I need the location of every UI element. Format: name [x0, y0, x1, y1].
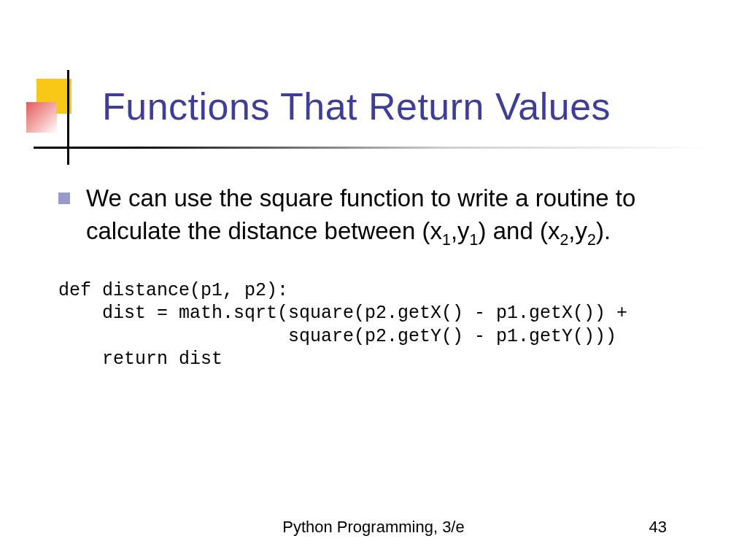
- subscript: 2: [587, 230, 596, 248]
- slide-content: We can use the square function to write …: [58, 182, 696, 370]
- subscript: 2: [560, 230, 568, 248]
- subscript: 1: [470, 230, 479, 248]
- text-part: ).: [596, 217, 611, 244]
- slide-decoration: [26, 79, 99, 152]
- bullet-item: We can use the square function to write …: [58, 182, 696, 250]
- text-part: ) and (x: [479, 217, 560, 244]
- subscript: 1: [442, 230, 451, 248]
- vertical-line: [67, 70, 69, 165]
- red-square: [26, 102, 57, 133]
- footer-page-number: 43: [649, 518, 667, 537]
- text-part: ,y: [568, 217, 587, 244]
- text-part: ,y: [451, 217, 470, 244]
- bullet-text: We can use the square function to write …: [86, 182, 696, 250]
- footer-book-title: Python Programming, 3/e: [0, 518, 747, 537]
- horizontal-line: [34, 147, 711, 149]
- slide-title: Functions That Return Values: [102, 85, 611, 128]
- bullet-marker: [58, 192, 70, 204]
- code-block: def distance(p1, p2): dist = math.sqrt(s…: [58, 279, 696, 370]
